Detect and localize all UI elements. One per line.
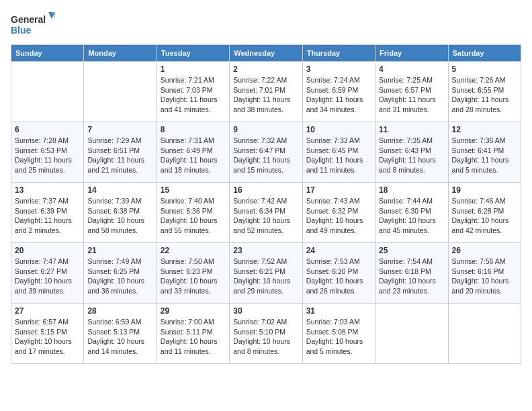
day-number: 25 xyxy=(379,246,444,255)
logo: General Blue xyxy=(11,11,58,40)
weekday-header: Friday xyxy=(375,45,448,62)
day-number: 20 xyxy=(15,246,80,255)
day-number: 18 xyxy=(379,185,444,195)
day-info: Sunrise: 7:46 AM Sunset: 6:28 PM Dayligh… xyxy=(452,196,517,236)
calendar-cell xyxy=(375,304,448,364)
day-info: Sunrise: 7:50 AM Sunset: 6:23 PM Dayligh… xyxy=(161,257,226,296)
calendar-cell: 7Sunrise: 7:29 AM Sunset: 6:51 PM Daylig… xyxy=(84,122,157,183)
weekday-header: Saturday xyxy=(448,45,521,62)
calendar-week-row: 13Sunrise: 7:37 AM Sunset: 6:39 PM Dayli… xyxy=(11,183,521,243)
day-info: Sunrise: 7:36 AM Sunset: 6:41 PM Dayligh… xyxy=(452,136,517,175)
calendar-cell: 21Sunrise: 7:49 AM Sunset: 6:25 PM Dayli… xyxy=(84,243,157,304)
calendar-cell: 9Sunrise: 7:32 AM Sunset: 6:47 PM Daylig… xyxy=(230,122,302,183)
calendar-cell: 4Sunrise: 7:25 AM Sunset: 6:57 PM Daylig… xyxy=(375,62,448,122)
day-info: Sunrise: 7:33 AM Sunset: 6:45 PM Dayligh… xyxy=(306,136,371,175)
weekday-header: Tuesday xyxy=(157,45,229,62)
calendar-cell xyxy=(11,62,84,122)
calendar-header-row: SundayMondayTuesdayWednesdayThursdayFrid… xyxy=(11,45,521,62)
day-number: 24 xyxy=(306,246,371,255)
day-number: 3 xyxy=(306,64,371,74)
day-number: 11 xyxy=(379,125,444,134)
calendar-cell: 30Sunrise: 7:02 AM Sunset: 5:10 PM Dayli… xyxy=(230,304,302,364)
calendar-table: SundayMondayTuesdayWednesdayThursdayFrid… xyxy=(11,44,521,364)
day-number: 4 xyxy=(379,64,444,74)
calendar-cell: 1Sunrise: 7:21 AM Sunset: 7:03 PM Daylig… xyxy=(157,62,229,122)
weekday-header: Thursday xyxy=(302,45,375,62)
day-number: 2 xyxy=(233,64,298,74)
calendar-cell: 22Sunrise: 7:50 AM Sunset: 6:23 PM Dayli… xyxy=(157,243,229,304)
day-info: Sunrise: 7:26 AM Sunset: 6:55 PM Dayligh… xyxy=(452,75,517,115)
calendar-week-row: 27Sunrise: 6:57 AM Sunset: 5:15 PM Dayli… xyxy=(11,304,521,364)
day-number: 5 xyxy=(452,64,517,74)
day-info: Sunrise: 7:39 AM Sunset: 6:38 PM Dayligh… xyxy=(87,196,152,236)
day-info: Sunrise: 7:24 AM Sunset: 6:59 PM Dayligh… xyxy=(306,75,371,115)
calendar-week-row: 6Sunrise: 7:28 AM Sunset: 6:53 PM Daylig… xyxy=(11,122,521,183)
day-number: 29 xyxy=(161,306,226,316)
day-info: Sunrise: 6:57 AM Sunset: 5:15 PM Dayligh… xyxy=(15,317,80,357)
calendar-cell: 15Sunrise: 7:40 AM Sunset: 6:36 PM Dayli… xyxy=(157,183,229,243)
calendar-week-row: 20Sunrise: 7:47 AM Sunset: 6:27 PM Dayli… xyxy=(11,243,521,304)
calendar-cell: 25Sunrise: 7:54 AM Sunset: 6:18 PM Dayli… xyxy=(375,243,448,304)
header: General Blue xyxy=(11,11,521,40)
day-info: Sunrise: 7:21 AM Sunset: 7:03 PM Dayligh… xyxy=(161,75,226,115)
day-info: Sunrise: 7:29 AM Sunset: 6:51 PM Dayligh… xyxy=(87,136,152,175)
day-number: 19 xyxy=(452,185,517,195)
day-info: Sunrise: 7:28 AM Sunset: 6:53 PM Dayligh… xyxy=(15,136,80,175)
day-info: Sunrise: 7:52 AM Sunset: 6:21 PM Dayligh… xyxy=(233,257,298,296)
weekday-header: Wednesday xyxy=(230,45,302,62)
day-info: Sunrise: 7:32 AM Sunset: 6:47 PM Dayligh… xyxy=(233,136,298,175)
svg-text:Blue: Blue xyxy=(11,25,32,36)
day-info: Sunrise: 7:40 AM Sunset: 6:36 PM Dayligh… xyxy=(161,196,226,236)
day-info: Sunrise: 7:35 AM Sunset: 6:43 PM Dayligh… xyxy=(379,136,444,175)
day-number: 1 xyxy=(161,64,226,74)
day-info: Sunrise: 7:31 AM Sunset: 6:49 PM Dayligh… xyxy=(161,136,226,175)
day-number: 27 xyxy=(15,306,80,316)
day-info: Sunrise: 7:03 AM Sunset: 5:08 PM Dayligh… xyxy=(306,317,371,357)
weekday-header: Sunday xyxy=(11,45,84,62)
day-number: 15 xyxy=(161,185,226,195)
calendar-cell: 28Sunrise: 6:59 AM Sunset: 5:13 PM Dayli… xyxy=(84,304,157,364)
day-info: Sunrise: 7:37 AM Sunset: 6:39 PM Dayligh… xyxy=(15,196,80,236)
calendar-cell: 19Sunrise: 7:46 AM Sunset: 6:28 PM Dayli… xyxy=(448,183,521,243)
calendar-cell: 3Sunrise: 7:24 AM Sunset: 6:59 PM Daylig… xyxy=(302,62,375,122)
day-number: 30 xyxy=(233,306,298,316)
calendar-cell: 2Sunrise: 7:22 AM Sunset: 7:01 PM Daylig… xyxy=(230,62,302,122)
day-number: 21 xyxy=(87,246,152,255)
day-info: Sunrise: 7:43 AM Sunset: 6:32 PM Dayligh… xyxy=(306,196,371,236)
calendar-cell: 5Sunrise: 7:26 AM Sunset: 6:55 PM Daylig… xyxy=(448,62,521,122)
day-info: Sunrise: 7:44 AM Sunset: 6:30 PM Dayligh… xyxy=(379,196,444,236)
day-number: 8 xyxy=(161,125,226,134)
calendar-cell: 14Sunrise: 7:39 AM Sunset: 6:38 PM Dayli… xyxy=(84,183,157,243)
day-number: 31 xyxy=(306,306,371,316)
day-info: Sunrise: 7:53 AM Sunset: 6:20 PM Dayligh… xyxy=(306,257,371,296)
day-number: 28 xyxy=(87,306,152,316)
day-number: 7 xyxy=(87,125,152,134)
day-number: 16 xyxy=(233,185,298,195)
day-number: 17 xyxy=(306,185,371,195)
day-info: Sunrise: 7:22 AM Sunset: 7:01 PM Dayligh… xyxy=(233,75,298,115)
calendar-cell: 10Sunrise: 7:33 AM Sunset: 6:45 PM Dayli… xyxy=(302,122,375,183)
svg-text:General: General xyxy=(11,14,46,25)
day-info: Sunrise: 7:02 AM Sunset: 5:10 PM Dayligh… xyxy=(233,317,298,357)
day-number: 23 xyxy=(233,246,298,255)
calendar-cell xyxy=(448,304,521,364)
day-number: 22 xyxy=(161,246,226,255)
day-info: Sunrise: 7:00 AM Sunset: 5:11 PM Dayligh… xyxy=(161,317,226,357)
calendar-cell: 18Sunrise: 7:44 AM Sunset: 6:30 PM Dayli… xyxy=(375,183,448,243)
calendar-cell: 8Sunrise: 7:31 AM Sunset: 6:49 PM Daylig… xyxy=(157,122,229,183)
calendar-cell: 11Sunrise: 7:35 AM Sunset: 6:43 PM Dayli… xyxy=(375,122,448,183)
day-info: Sunrise: 7:42 AM Sunset: 6:34 PM Dayligh… xyxy=(233,196,298,236)
day-number: 12 xyxy=(452,125,517,134)
day-info: Sunrise: 6:59 AM Sunset: 5:13 PM Dayligh… xyxy=(87,317,152,357)
day-info: Sunrise: 7:25 AM Sunset: 6:57 PM Dayligh… xyxy=(379,75,444,115)
calendar-cell: 31Sunrise: 7:03 AM Sunset: 5:08 PM Dayli… xyxy=(302,304,375,364)
day-number: 14 xyxy=(87,185,152,195)
calendar-cell: 29Sunrise: 7:00 AM Sunset: 5:11 PM Dayli… xyxy=(157,304,229,364)
calendar-cell: 12Sunrise: 7:36 AM Sunset: 6:41 PM Dayli… xyxy=(448,122,521,183)
calendar-cell: 13Sunrise: 7:37 AM Sunset: 6:39 PM Dayli… xyxy=(11,183,84,243)
day-info: Sunrise: 7:47 AM Sunset: 6:27 PM Dayligh… xyxy=(15,257,80,296)
day-number: 9 xyxy=(233,125,298,134)
day-info: Sunrise: 7:54 AM Sunset: 6:18 PM Dayligh… xyxy=(379,257,444,296)
calendar-cell: 26Sunrise: 7:56 AM Sunset: 6:16 PM Dayli… xyxy=(448,243,521,304)
calendar-cell: 20Sunrise: 7:47 AM Sunset: 6:27 PM Dayli… xyxy=(11,243,84,304)
